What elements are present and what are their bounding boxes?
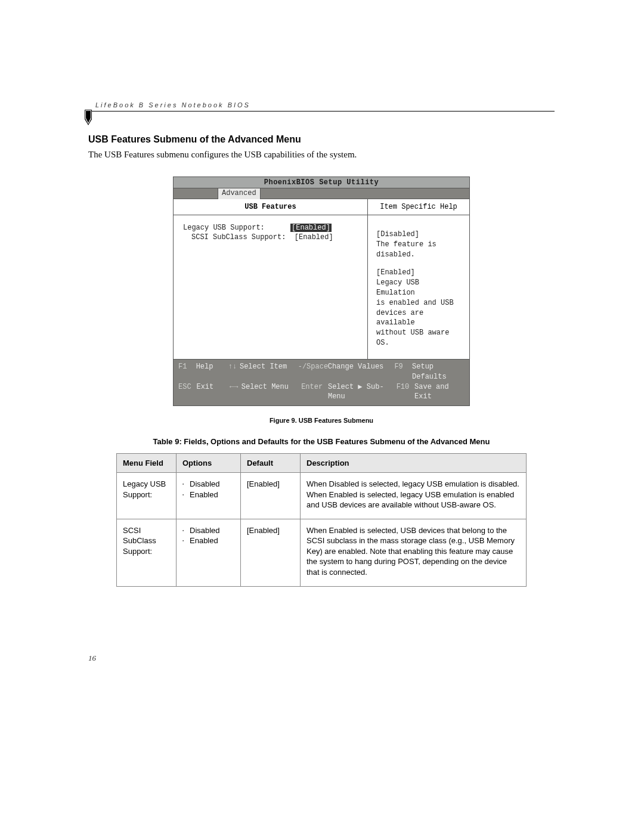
key-f10-label: Save and Exit [414,382,465,402]
cell-options: DisabledEnabled [177,473,241,519]
key-updown-label: Select Item [240,362,298,382]
option-item: Enabled [182,490,234,500]
key-leftright-label: Select Menu [242,382,301,402]
key-esc-label: Exit [196,382,230,402]
key-f1: F1 [178,362,196,382]
bios-options-panel: Legacy USB Support: [Enabled] SCSI SubCl… [174,215,368,359]
bios-title-bar: PhoenixBIOS Setup Utility [174,177,469,188]
running-head-text: LifeBook B Series Notebook BIOS [95,101,250,109]
bios-panel-title: USB Features [174,199,368,215]
key-f1-label: Help [196,362,228,382]
cell-menu-field: SCSI SubClass Support: [117,519,177,586]
scsi-subclass-label: SCSI SubClass Support: [191,233,286,241]
option-item: Enabled [182,535,234,546]
bios-tab-bar: Advanced [174,188,469,199]
key-enter-label: Select ▶ Sub-Menu [328,382,397,402]
th-menu-field: Menu Field [117,454,177,473]
option-item: Disabled [182,479,234,490]
help-disabled-text: The feature is disabled. [376,240,461,260]
key-esc: ESC [178,382,196,402]
scsi-subclass-value: [Enabled] [295,233,333,241]
section-title: USB Features Submenu of the Advanced Men… [88,134,555,145]
cell-menu-field: Legacy USB Support: [117,473,177,519]
bios-footer: F1 Help ↑↓ Select Item -/Space Change Va… [174,360,469,405]
table-row: SCSI SubClass Support:DisabledEnabled[En… [117,519,527,586]
key-f9-label: Setup Defaults [412,362,465,382]
cell-default: [Enabled] [241,519,301,586]
th-options: Options [177,454,241,473]
help-disabled-label: [Disabled] [376,230,461,240]
bios-panel-header: USB Features Item Specific Help [174,199,469,215]
cell-description: When Disabled is selected, legacy USB em… [301,473,527,519]
table-title: Table 9: Fields, Options and Defaults fo… [88,437,555,446]
cell-description: When Enabled is selected, USB devices th… [301,519,527,586]
legacy-usb-label: Legacy USB Support: [183,224,265,232]
help-enabled-text-3: devices are available [376,308,461,329]
table-row: Legacy USB Support:DisabledEnabled[Enabl… [117,473,527,519]
help-enabled-text-1: Legacy USB Emulation [376,278,461,298]
figure-caption: Figure 9. USB Features Submenu [88,417,555,424]
th-description: Description [301,454,527,473]
key-minus-space: -/Space [298,362,328,382]
help-enabled-text-4: without USB aware OS. [376,328,461,348]
help-enabled-text-2: is enabled and USB [376,298,461,308]
page-number: 16 [88,654,96,663]
cell-options: DisabledEnabled [177,519,241,586]
cell-default: [Enabled] [241,473,301,519]
options-table: Menu Field Options Default Description L… [116,453,527,586]
key-enter: Enter [301,382,328,402]
bios-help-panel: [Disabled] The feature is disabled. [Ena… [368,215,469,359]
running-head: LifeBook B Series Notebook BIOS [88,101,555,112]
key-leftright: ←→ [230,382,242,402]
bios-help-title: Item Specific Help [368,199,469,215]
key-minus-label: Change Values [328,362,395,382]
option-item: Disabled [182,525,234,536]
intro-paragraph: The USB Features submenu configures the … [88,150,555,160]
key-f9: F9 [394,362,412,382]
key-updown: ↑↓ [228,362,240,382]
help-enabled-label: [Enabled] [376,268,461,278]
bios-screenshot: PhoenixBIOS Setup Utility Advanced USB F… [173,176,470,406]
key-f10: F10 [397,382,414,402]
bios-tab-advanced: Advanced [218,188,261,199]
legacy-usb-value: [Enabled] [290,224,332,232]
th-default: Default [241,454,301,473]
